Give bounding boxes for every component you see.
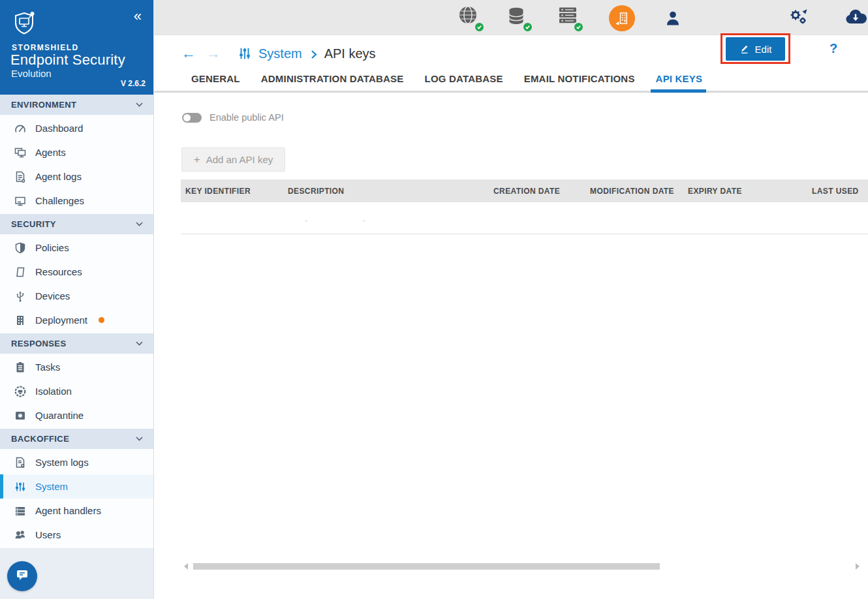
- sidebar-item-label: Users: [35, 529, 61, 540]
- sidebar-item-label: Agent handlers: [35, 505, 101, 516]
- column-header-modification-date: MODIFICATION DATE: [590, 187, 688, 196]
- sidebar-item-challenges[interactable]: Challenges: [0, 189, 153, 213]
- column-header-description: DESCRIPTION: [288, 187, 493, 196]
- sidebar-collapse-icon[interactable]: «: [134, 9, 142, 23]
- chat-support-button[interactable]: [7, 561, 37, 591]
- column-header-key-identifier: KEY IDENTIFIER: [185, 187, 288, 196]
- pencil-icon: [739, 44, 750, 54]
- table-empty-row: - -: [181, 202, 868, 234]
- scrollbar-thumb[interactable]: [193, 563, 660, 570]
- nav-group-responses: Tasks Isolation Quarantine: [0, 354, 153, 429]
- api-keys-table: KEY IDENTIFIER DESCRIPTION CREATION DATE…: [181, 179, 868, 234]
- plus-icon: +: [194, 154, 200, 165]
- sidebar-item-system-logs[interactable]: System logs: [0, 450, 153, 474]
- toggle-label: Enable public API: [209, 112, 284, 123]
- breadcrumb-current-page: API keys: [324, 46, 376, 61]
- sidebar-item-label: Agents: [35, 147, 66, 158]
- column-header-last-used: LAST USED: [812, 187, 868, 196]
- version-label: V 2.6.2: [121, 79, 146, 88]
- challenges-icon: [14, 194, 27, 207]
- chevron-down-icon: [136, 222, 143, 226]
- system-logs-icon: [14, 456, 27, 469]
- edit-button[interactable]: Edit: [726, 37, 785, 61]
- add-api-key-label: Add an API key: [206, 154, 273, 165]
- sidebar-item-system[interactable]: System: [0, 474, 153, 499]
- tab-general[interactable]: GENERAL: [191, 73, 240, 91]
- sidebar-section-responses[interactable]: RESPONSES: [0, 333, 153, 354]
- chevron-down-icon: [136, 341, 143, 346]
- sidebar-item-label: Devices: [35, 290, 70, 301]
- deployment-pending-icon[interactable]: [609, 5, 635, 31]
- brand-name: STORMSHIELD: [12, 43, 79, 52]
- sidebar-item-label: Agent logs: [35, 171, 82, 182]
- user-account-icon[interactable]: [660, 5, 686, 31]
- toggle-knob: [183, 114, 191, 121]
- users-icon: [14, 529, 27, 542]
- help-button[interactable]: ?: [829, 41, 837, 56]
- sidebar-item-isolation[interactable]: Isolation: [0, 379, 153, 403]
- sidebar-item-devices[interactable]: Devices: [0, 284, 153, 308]
- chat-bubble-icon: [15, 568, 29, 585]
- dashboard-icon: [14, 122, 27, 135]
- tab-api-keys[interactable]: API KEYS: [656, 73, 703, 91]
- sidebar-item-deployment[interactable]: Deployment: [0, 308, 153, 332]
- scroll-left-arrow[interactable]: [184, 563, 188, 570]
- agents-icon: [14, 146, 27, 159]
- tab-administration-database[interactable]: ADMINISTRATION DATABASE: [261, 73, 404, 91]
- sidebar-item-agent-logs[interactable]: Agent logs: [0, 164, 153, 189]
- back-arrow-icon[interactable]: ←: [181, 46, 196, 61]
- agent-handler-status-icon[interactable]: [557, 5, 583, 31]
- main-content: ← → System API keys ? GENERAL ADMINISTRA…: [154, 35, 868, 599]
- sidebar-item-label: Dashboard: [35, 123, 83, 134]
- deployment-icon: [14, 314, 27, 327]
- services-gears-icon[interactable]: [787, 5, 813, 31]
- breadcrumb: ← → System API keys: [154, 39, 376, 68]
- sidebar-item-label: System logs: [35, 457, 89, 468]
- nav-group-backoffice: System logs System Agent handlers: [0, 449, 153, 548]
- tab-email-notifications[interactable]: EMAIL NOTIFICATIONS: [524, 73, 635, 91]
- table-header-row: KEY IDENTIFIER DESCRIPTION CREATION DATE…: [181, 179, 868, 202]
- database-status-icon[interactable]: [506, 5, 532, 31]
- sidebar-item-label: Resources: [35, 266, 82, 277]
- policies-icon: [14, 241, 27, 254]
- product-edition: Evolution: [11, 68, 52, 79]
- sidebar-item-dashboard[interactable]: Dashboard: [0, 116, 153, 140]
- enable-public-api-toggle[interactable]: [182, 113, 202, 123]
- sidebar-item-policies[interactable]: Policies: [0, 236, 153, 260]
- agent-logs-icon: [14, 170, 27, 183]
- status-ok-check-icon: [522, 22, 533, 33]
- isolation-icon: [14, 385, 27, 398]
- tab-bar: GENERAL ADMINISTRATION DATABASE LOG DATA…: [154, 73, 868, 93]
- status-ok-check-icon: [474, 22, 485, 33]
- sidebar-item-agents[interactable]: Agents: [0, 140, 153, 164]
- sidebar-section-security[interactable]: SECURITY: [0, 214, 153, 234]
- sidebar-section-backoffice[interactable]: BACKOFFICE: [0, 429, 153, 449]
- scroll-right-arrow[interactable]: [856, 563, 860, 570]
- sidebar-item-label: Deployment: [35, 315, 87, 326]
- sidebar-item-label: System: [35, 481, 68, 492]
- sidebar-item-quarantine[interactable]: Quarantine: [0, 403, 153, 427]
- product-name: Endpoint Security: [10, 52, 125, 69]
- globe-status-icon[interactable]: [457, 5, 484, 31]
- sidebar-item-label: Quarantine: [35, 410, 84, 421]
- horizontal-scrollbar: [181, 561, 868, 572]
- sidebar-item-tasks[interactable]: Tasks: [0, 355, 153, 379]
- breadcrumb-system-link[interactable]: System: [258, 46, 302, 61]
- forward-arrow-icon: →: [206, 46, 221, 61]
- section-label: SECURITY: [11, 219, 56, 229]
- chevron-right-icon: [311, 50, 317, 59]
- sidebar-logo-header: « STORMSHIELD Endpoint Security Evolutio…: [0, 0, 153, 95]
- sidebar-item-agent-handlers[interactable]: Agent handlers: [0, 499, 153, 523]
- stormshield-shield-logo-icon: [12, 10, 37, 40]
- sidebar-item-users[interactable]: Users: [0, 523, 153, 547]
- sidebar-item-label: Tasks: [35, 361, 60, 373]
- cloud-download-icon[interactable]: [843, 5, 868, 31]
- add-api-key-button[interactable]: + Add an API key: [181, 147, 285, 172]
- nav-group-environment: Dashboard Agents Agent logs: [0, 115, 153, 214]
- sidebar-section-environment[interactable]: ENVIRONMENT: [0, 95, 153, 115]
- sidebar-item-resources[interactable]: Resources: [0, 260, 153, 284]
- tab-log-database[interactable]: LOG DATABASE: [425, 73, 503, 91]
- agent-handlers-icon: [14, 504, 27, 517]
- sidebar-item-label: Challenges: [35, 195, 84, 206]
- chevron-down-icon: [136, 102, 143, 107]
